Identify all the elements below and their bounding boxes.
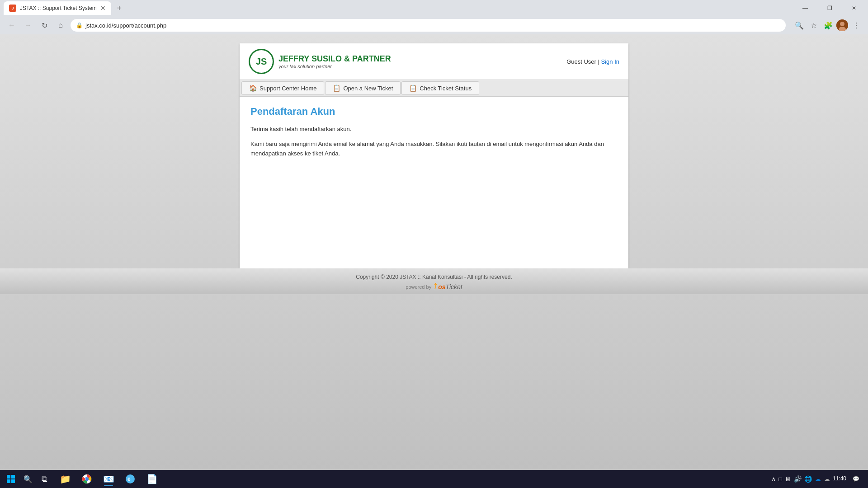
taskbar-cloud2-icon[interactable]: ☁: [824, 475, 830, 483]
home-button[interactable]: ⌂: [54, 19, 67, 32]
minimize-button[interactable]: —: [795, 0, 816, 16]
taskbar-app-pdf[interactable]: 📄: [142, 471, 162, 487]
toolbar-icons: 🔍 ☆ 🧩 ⋮: [793, 19, 863, 32]
svg-text:e: e: [127, 476, 131, 482]
taskbar-right: ∧ □ 🖥 🔊 🌐 ☁ ☁ 11:40 💬: [771, 472, 866, 486]
signin-link[interactable]: Sign In: [601, 58, 619, 65]
browser-chrome: J JSTAX :: Support Ticket System ✕ + — ❐…: [0, 0, 868, 34]
taskbar-cloud-icon[interactable]: ☁: [815, 475, 821, 483]
extensions-icon[interactable]: 🧩: [822, 19, 835, 32]
taskbar: 🔍 ⧉ 📁 📧 e: [0, 470, 868, 488]
nav-item-new-ticket[interactable]: 📋 Open a New Ticket: [325, 81, 401, 95]
powered-by: powered by ⤴ osTicket: [0, 282, 868, 291]
logo-initials: JS: [256, 56, 267, 67]
nav-item-check-status[interactable]: 📋 Check Ticket Status: [401, 81, 479, 95]
nav-new-ticket-label: Open a New Ticket: [343, 85, 393, 92]
nav-item-home[interactable]: 🏠 Support Center Home: [241, 81, 324, 95]
lock-icon: 🔒: [76, 22, 83, 28]
company-tagline: your tax solution partner: [278, 64, 391, 69]
osticket-swoosh-icon: ⤴: [433, 282, 437, 291]
guest-label: Guest User: [566, 58, 596, 65]
nav-bar: 🏠 Support Center Home 📋 Open a New Ticke…: [240, 80, 628, 97]
taskbar-network-icon[interactable]: 🌐: [804, 475, 812, 483]
footer-copyright: Copyright © 2020 JSTAX :: Kanal Konsulta…: [0, 274, 868, 280]
start-button[interactable]: [2, 471, 20, 487]
main-container: JS JEFFRY SUSILO & PARTNER your tax solu…: [240, 43, 628, 268]
taskbar-time[interactable]: 11:40: [833, 475, 846, 483]
window-controls: — ❐ ✕: [795, 0, 864, 16]
tab-favicon: J: [9, 5, 16, 12]
logo-circle: JS: [249, 49, 274, 74]
nav-check-status-label: Check Ticket Status: [420, 85, 472, 92]
taskbar-running-apps: 📁 📧 e 📄: [55, 471, 162, 487]
company-name: JEFFRY SUSILO & PARTNER: [278, 54, 391, 64]
new-tab-button[interactable]: +: [113, 2, 126, 14]
user-avatar[interactable]: [836, 19, 848, 31]
taskbar-app-chrome[interactable]: [77, 471, 97, 487]
taskbar-app-outlook[interactable]: 📧: [99, 471, 118, 487]
browser-tab[interactable]: J JSTAX :: Support Ticket System ✕: [4, 1, 111, 15]
bookmark-icon[interactable]: ☆: [807, 19, 820, 32]
forward-button[interactable]: →: [22, 19, 34, 32]
nav-home-label: Support Center Home: [259, 85, 316, 92]
powered-by-label: powered by: [406, 284, 431, 290]
taskbar-search-button[interactable]: 🔍: [21, 472, 35, 486]
taskbar-monitor-icon[interactable]: 🖥: [785, 475, 791, 483]
content-paragraph-1: Terima kasih telah mendaftarkan akun.: [250, 125, 618, 134]
notification-center-button[interactable]: 💬: [849, 472, 863, 486]
separator: |: [598, 58, 599, 65]
page-background: JS JEFFRY SUSILO & PARTNER your tax solu…: [0, 34, 868, 470]
osticket-logo: ⤴ osTicket: [433, 282, 462, 291]
chevron-up-icon[interactable]: ∧: [771, 475, 776, 483]
svg-point-1: [840, 22, 844, 26]
taskbar-device-icon[interactable]: □: [778, 476, 782, 483]
content-paragraph-2: Kami baru saja mengirimi Anda email ke a…: [250, 140, 618, 159]
osticket-text: osTicket: [438, 283, 462, 291]
page-title: Pendaftaran Akun: [250, 106, 618, 117]
new-ticket-icon: 📋: [333, 84, 340, 92]
menu-icon[interactable]: ⋮: [850, 19, 863, 32]
close-button[interactable]: ✕: [844, 0, 864, 16]
header-auth: Guest User | Sign In: [566, 58, 619, 65]
check-status-icon: 📋: [409, 84, 417, 92]
logo-text: JEFFRY SUSILO & PARTNER your tax solutio…: [278, 54, 391, 69]
back-button[interactable]: ←: [5, 19, 18, 32]
address-bar-row: ← → ↻ ⌂ 🔒 jstax.co.id/support/account.ph…: [0, 16, 868, 34]
tab-close-button[interactable]: ✕: [100, 5, 106, 12]
site-header: JS JEFFRY SUSILO & PARTNER your tax solu…: [240, 43, 628, 80]
task-view-button[interactable]: ⧉: [36, 471, 52, 487]
maximize-button[interactable]: ❐: [819, 0, 840, 16]
taskbar-volume-icon[interactable]: 🔊: [794, 475, 802, 483]
refresh-button[interactable]: ↻: [38, 19, 51, 32]
address-bar[interactable]: 🔒 jstax.co.id/support/account.php: [71, 19, 786, 32]
system-tray-icons: ∧ □ 🖥 🔊 🌐 ☁ ☁: [771, 475, 830, 483]
svg-point-7: [86, 478, 88, 480]
tab-title: JSTAX :: Support Ticket System: [20, 5, 97, 11]
page-footer: Copyright © 2020 JSTAX :: Kanal Konsulta…: [0, 268, 868, 294]
taskbar-app-file-explorer[interactable]: 📁: [55, 471, 75, 487]
search-icon[interactable]: 🔍: [793, 19, 806, 32]
url-text: jstax.co.id/support/account.php: [85, 22, 166, 29]
logo-area: JS JEFFRY SUSILO & PARTNER your tax solu…: [249, 49, 391, 74]
taskbar-app-chrome2[interactable]: e: [120, 471, 140, 487]
home-icon: 🏠: [249, 84, 257, 92]
windows-logo: [7, 475, 15, 483]
time-display: 11:40: [833, 475, 846, 483]
content-area: Pendaftaran Akun Terima kasih telah mend…: [240, 97, 628, 268]
